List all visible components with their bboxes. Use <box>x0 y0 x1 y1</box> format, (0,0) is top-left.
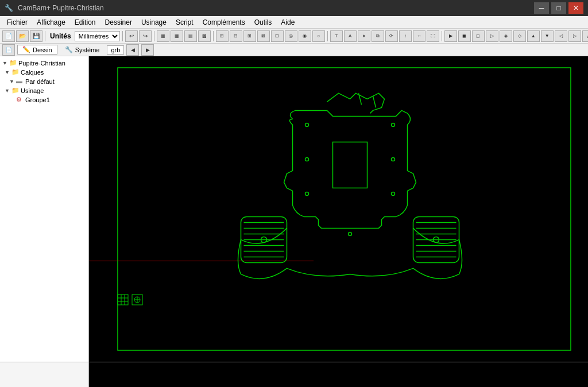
new-button[interactable]: 📄 <box>2 30 15 42</box>
tb-c3[interactable]: ⊞ <box>243 30 256 42</box>
main-area: ▼ 📁 Pupitre-Christian ▼ 📁 Calques ▼ ▬ Pa… <box>0 56 588 362</box>
open-button[interactable]: 📂 <box>16 30 29 42</box>
new-doc-btn[interactable]: 📄 <box>2 44 15 56</box>
par-defaut-layer-icon: ▬ <box>16 78 24 86</box>
tb-b4[interactable]: ▩ <box>198 30 211 42</box>
root-arrow: ▼ <box>2 60 8 66</box>
tree-calques[interactable]: ▼ 📁 Calques <box>0 68 88 77</box>
menu-fichier[interactable]: Fichier <box>2 17 32 28</box>
tree-root[interactable]: ▼ 📁 Pupitre-Christian <box>0 59 88 68</box>
tb-e10[interactable]: ▷ <box>568 30 581 42</box>
tb-e7[interactable]: ▲ <box>527 30 540 42</box>
sep4 <box>213 31 214 41</box>
tb-c2[interactable]: ⊟ <box>230 30 242 42</box>
sep6 <box>442 31 442 41</box>
tb-e5[interactable]: ◈ <box>500 30 512 42</box>
tb-undo[interactable]: ↩ <box>125 30 138 42</box>
tree-par-defaut[interactable]: ▼ ▬ Par défaut <box>0 77 88 86</box>
tb-c6[interactable]: ◎ <box>285 30 297 42</box>
tab-systeme[interactable]: 🔧 Système <box>60 45 105 55</box>
tb-b2[interactable]: ▦ <box>171 30 183 42</box>
usinage-folder-icon: 📁 <box>11 87 20 95</box>
tb-d1[interactable]: T <box>330 30 343 42</box>
menu-outils[interactable]: Outils <box>250 17 277 28</box>
tree-root-label: Pupitre-Christian <box>18 60 65 67</box>
menu-usinage[interactable]: Usinage <box>137 17 171 28</box>
tb-d7[interactable]: ↔ <box>413 30 425 42</box>
toolbar: 📄 📂 💾 Unités Millimètres Pouces ↩ ↪ ▦ ▦ … <box>0 29 588 44</box>
tb-redo[interactable]: ↪ <box>139 30 152 42</box>
tb-d6[interactable]: ↕ <box>399 30 412 42</box>
grb-arrow-right[interactable]: ▶ <box>141 44 154 56</box>
tb-d8[interactable]: ⛶ <box>427 30 439 42</box>
menu-affichage[interactable]: Affichage <box>32 17 70 28</box>
menubar: Fichier Affichage Edition Dessiner Usina… <box>0 16 588 29</box>
sep2 <box>122 31 123 41</box>
tb-c1[interactable]: ⊞ <box>216 30 229 42</box>
maximize-button[interactable]: □ <box>551 2 566 14</box>
close-button[interactable]: ✕ <box>568 2 583 14</box>
tb-e4[interactable]: ▷ <box>486 30 498 42</box>
tb-c7[interactable]: ◉ <box>299 30 311 42</box>
canvas-area[interactable] <box>89 56 588 362</box>
menu-aide[interactable]: Aide <box>276 17 299 28</box>
sep3 <box>154 31 154 41</box>
tree-groupe1[interactable]: ▼ ⚙ Groupe1 <box>0 95 88 105</box>
tb-c8[interactable]: ○ <box>312 30 325 42</box>
grb-input[interactable] <box>107 45 124 55</box>
systeme-icon: 🔧 <box>65 46 73 53</box>
tb-e2[interactable]: ◼ <box>458 30 471 42</box>
tb-e1[interactable]: ▶ <box>444 30 457 42</box>
minimize-button[interactable]: ─ <box>534 2 549 14</box>
bottom-left-panel: ◀ ▶ Basique ? <box>0 362 89 387</box>
root-folder-icon: 📁 <box>9 59 17 67</box>
menu-dessiner[interactable]: Dessiner <box>100 17 137 28</box>
grb-arrow-left[interactable]: ◀ <box>126 44 139 56</box>
units-select[interactable]: Millimètres Pouces <box>75 31 120 41</box>
titlebar: 🔧 CamBam+ Pupitre-Christian ─ □ ✕ <box>0 0 588 16</box>
titlebar-controls: ─ □ ✕ <box>534 2 583 14</box>
sep1 <box>45 31 45 41</box>
tb-e3[interactable]: ◻ <box>472 30 485 42</box>
dessin-icon: ✏️ <box>22 46 30 53</box>
calques-folder-icon: 📁 <box>11 68 20 76</box>
menu-script[interactable]: Script <box>171 17 198 28</box>
usinage-arrow: ▼ <box>5 88 10 94</box>
tb-e11[interactable]: △ <box>582 30 588 42</box>
main-canvas[interactable] <box>89 56 588 362</box>
tb-d5[interactable]: ⟳ <box>385 30 398 42</box>
dessin-label: Dessin <box>33 47 52 53</box>
tb-e6[interactable]: ◇ <box>513 30 526 42</box>
tb-c5[interactable]: ⊡ <box>271 30 284 42</box>
save-button[interactable]: 💾 <box>30 30 42 42</box>
tab-dessin[interactable]: ✏️ Dessin <box>17 45 57 55</box>
titlebar-left: 🔧 CamBam+ Pupitre-Christian <box>5 4 104 12</box>
calques-arrow: ▼ <box>5 69 10 75</box>
systeme-label: Système <box>75 47 100 53</box>
menu-edition[interactable]: Edition <box>70 17 100 28</box>
menu-complements[interactable]: Compléments <box>198 17 250 28</box>
bottom-right-canvas <box>89 362 588 387</box>
tree-par-defaut-label: Par défaut <box>25 78 55 85</box>
groupe1-icon: ⚙ <box>16 96 24 104</box>
tb-d3[interactable]: ♦ <box>358 30 370 42</box>
tb-d2[interactable]: A <box>344 30 357 42</box>
tb-c4[interactable]: ⊠ <box>257 30 270 42</box>
tree-usinage-label: Usinage <box>21 87 44 94</box>
tree-usinage[interactable]: ▼ 📁 Usinage <box>0 86 88 95</box>
tb-e9[interactable]: ◁ <box>555 30 567 42</box>
titlebar-title: CamBam+ Pupitre-Christian <box>18 4 104 12</box>
sep5 <box>327 31 328 41</box>
app-icon: 🔧 <box>5 4 13 12</box>
tb-b3[interactable]: ▤ <box>184 30 197 42</box>
par-defaut-arrow: ▼ <box>9 79 15 84</box>
tree-groupe1-label: Groupe1 <box>25 96 50 103</box>
units-label: Unités <box>50 32 71 40</box>
tb-b1[interactable]: ▦ <box>157 30 169 42</box>
bottom-panel: ◀ ▶ Basique ? <box>0 362 588 387</box>
tb-e8[interactable]: ▼ <box>541 30 554 42</box>
tb-d4[interactable]: ⧉ <box>372 30 384 42</box>
tree-calques-label: Calques <box>21 69 44 76</box>
toolbar2: 📄 ✏️ Dessin 🔧 Système ◀ ▶ <box>0 44 588 56</box>
sidebar: ▼ 📁 Pupitre-Christian ▼ 📁 Calques ▼ ▬ Pa… <box>0 56 89 362</box>
